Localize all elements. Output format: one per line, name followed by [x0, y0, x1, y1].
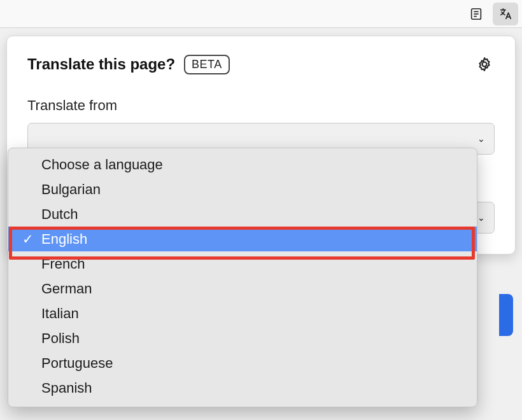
- reader-icon: [469, 7, 483, 21]
- dropdown-item-polish[interactable]: Polish: [8, 326, 477, 351]
- dropdown-item-portuguese[interactable]: Portuguese: [8, 351, 477, 375]
- check-icon: ✓: [22, 232, 34, 247]
- language-dropdown: Choose a language Bulgarian Dutch ✓ Engl…: [8, 148, 477, 407]
- dropdown-item-label: Choose a language: [41, 157, 163, 173]
- dropdown-item-label: English: [41, 231, 87, 248]
- beta-badge: BETA: [184, 55, 230, 74]
- dropdown-item-spanish[interactable]: Spanish: [8, 375, 477, 400]
- dropdown-placeholder[interactable]: Choose a language: [8, 152, 477, 177]
- dropdown-item-french[interactable]: French: [8, 251, 477, 276]
- chevron-updown-icon: ⌄: [477, 134, 485, 144]
- dropdown-item-label: German: [41, 281, 92, 297]
- panel-title: Translate this page?: [27, 55, 175, 73]
- dropdown-item-label: Spanish: [41, 380, 92, 396]
- title-row: Translate this page? BETA: [27, 55, 230, 74]
- translate-submit-button[interactable]: [499, 294, 513, 336]
- dropdown-item-dutch[interactable]: Dutch: [8, 202, 477, 227]
- dropdown-item-label: French: [41, 256, 85, 272]
- panel-header: Translate this page? BETA: [27, 54, 495, 74]
- translate-icon: [498, 7, 512, 21]
- dropdown-item-label: Polish: [41, 330, 80, 347]
- dropdown-item-label: Portuguese: [41, 355, 113, 372]
- dropdown-item-german[interactable]: German: [8, 276, 477, 301]
- reader-mode-button[interactable]: [463, 3, 489, 25]
- dropdown-item-label: Italian: [41, 305, 79, 322]
- settings-button[interactable]: [474, 54, 495, 74]
- svg-point-4: [483, 62, 487, 67]
- dropdown-item-english[interactable]: ✓ English: [8, 227, 477, 251]
- gear-icon: [476, 56, 493, 73]
- translate-from-label: Translate from: [27, 97, 495, 114]
- chevron-updown-icon: ⌄: [477, 213, 485, 223]
- dropdown-item-label: Dutch: [41, 206, 78, 223]
- dropdown-item-label: Bulgarian: [41, 181, 101, 198]
- dropdown-item-bulgarian[interactable]: Bulgarian: [8, 177, 477, 202]
- browser-toolbar: [0, 0, 522, 28]
- translate-button[interactable]: [493, 3, 518, 25]
- dropdown-item-italian[interactable]: Italian: [8, 301, 477, 326]
